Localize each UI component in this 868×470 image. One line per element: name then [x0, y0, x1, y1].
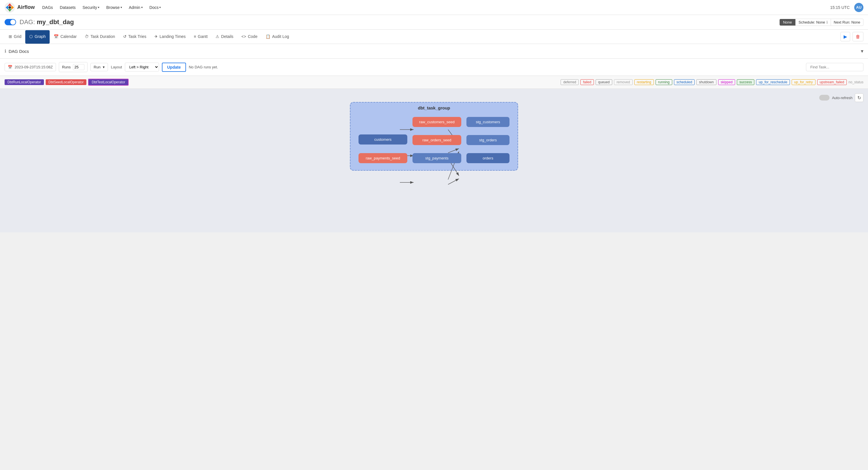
nav-datasets[interactable]: Datasets: [57, 3, 79, 11]
date-value: 2023-09-23T15:15:08Z: [14, 65, 53, 69]
docs-chevron-icon: ▾: [159, 6, 161, 9]
tab-gantt[interactable]: ≡ Gantt: [190, 30, 212, 44]
tab-graph[interactable]: ⬡ Graph: [25, 30, 50, 44]
auto-refresh-toggle[interactable]: [819, 95, 830, 100]
dag-header: DAG: my_dbt_dag None Schedule: None ℹ Ne…: [0, 15, 868, 30]
graph-icon: ⬡: [29, 34, 33, 39]
run-chevron-icon: ▾: [103, 65, 105, 69]
node-raw-customers-seed[interactable]: raw_customers_seed: [412, 117, 461, 127]
tabs: ⊞ Grid ⬡ Graph 📅 Calendar ⏱ Task Duratio…: [0, 30, 868, 44]
tab-task-duration[interactable]: ⏱ Task Duration: [81, 30, 119, 44]
browse-chevron-icon: ▾: [121, 6, 122, 9]
auto-refresh-label: Auto-refresh: [832, 96, 852, 100]
graph-controls: Auto-refresh ↻: [819, 93, 863, 102]
dag-docs-label: DAG Docs: [9, 49, 29, 54]
dag-group-title: dbt_task_group: [418, 106, 451, 110]
status-skipped: skipped: [718, 79, 735, 85]
admin-chevron-icon: ▾: [141, 6, 143, 9]
node-stg-payments[interactable]: stg_payments: [412, 153, 461, 163]
dag-graph-container: dbt_task_group: [5, 93, 863, 171]
run-label: Run: [94, 65, 100, 69]
airflow-logo: [5, 2, 15, 12]
code-icon: <>: [241, 34, 246, 39]
svg-point-5: [9, 6, 11, 9]
operator-dbtrun[interactable]: DbtRunLocalOperator: [5, 79, 44, 85]
dag-meta-schedule: Schedule: None ℹ: [795, 19, 831, 26]
node-raw-payments-seed[interactable]: raw_payments_seed: [359, 153, 407, 163]
runs-input[interactable]: [73, 64, 84, 70]
navbar: Airflow DAGs Datasets Security ▾ Browse …: [0, 0, 868, 15]
date-picker[interactable]: 📅 2023-09-23T15:15:08Z: [5, 63, 56, 71]
node-customers[interactable]: customers: [359, 135, 407, 145]
dag-toggle[interactable]: [5, 19, 16, 25]
nav-security[interactable]: Security ▾: [80, 3, 102, 11]
update-button[interactable]: Update: [162, 63, 186, 72]
status-failed: failed: [580, 79, 594, 85]
tab-actions: ▶ 🗑: [840, 32, 863, 41]
dag-name: my_dbt_dag: [37, 19, 74, 26]
delete-dag-button[interactable]: 🗑: [852, 32, 863, 41]
tab-calendar[interactable]: 📅 Calendar: [50, 30, 81, 44]
brand-label: Airflow: [17, 4, 35, 10]
legend-bar: DbtRunLocalOperator DbtSeedLocalOperator…: [0, 76, 868, 89]
svg-line-14: [448, 179, 459, 184]
status-deferred: deferred: [561, 79, 579, 85]
status-shutdown: shutdown: [696, 79, 716, 85]
tab-grid[interactable]: ⊞ Grid: [5, 30, 25, 44]
status-success: success: [737, 79, 754, 85]
run-dag-button[interactable]: ▶: [840, 32, 850, 41]
dag-title: DAG: my_dbt_dag: [20, 19, 780, 26]
dag-docs-section[interactable]: ℹ DAG Docs ▾: [0, 44, 868, 59]
dag-docs-chevron-icon: ▾: [861, 48, 863, 54]
details-icon: ⚠: [216, 34, 219, 39]
nav-dags[interactable]: DAGs: [39, 3, 56, 11]
runs-label: Runs: [62, 65, 71, 69]
tab-code[interactable]: <> Code: [237, 30, 261, 44]
calendar-icon: 📅: [8, 65, 12, 69]
nav-avatar[interactable]: AU: [854, 3, 863, 12]
nav-browse[interactable]: Browse ▾: [103, 3, 125, 11]
security-chevron-icon: ▾: [98, 6, 99, 9]
tab-task-tries[interactable]: ↺ Task Tries: [119, 30, 150, 44]
task-tries-icon: ↺: [123, 34, 127, 39]
schedule-info-icon: ℹ: [826, 20, 828, 24]
nav-docs[interactable]: Docs ▾: [147, 3, 164, 11]
runs-control[interactable]: Runs: [59, 62, 88, 72]
node-orders[interactable]: orders: [466, 153, 509, 163]
layout-select[interactable]: Left > Right Top > Bottom: [125, 63, 159, 71]
dag-task-group: dbt_task_group: [350, 102, 518, 171]
landing-times-icon: ✈: [154, 34, 158, 39]
grid-icon: ⊞: [9, 34, 12, 39]
status-removed: removed: [614, 79, 632, 85]
status-restarting: restarting: [634, 79, 654, 85]
controls-bar: 📅 2023-09-23T15:15:08Z Runs Run ▾ Layout…: [0, 59, 868, 76]
brand[interactable]: Airflow: [5, 2, 35, 12]
task-duration-icon: ⏱: [85, 34, 89, 39]
node-raw-orders-seed[interactable]: raw_orders_seed: [412, 135, 461, 145]
calendar-icon: 📅: [54, 34, 59, 39]
layout-control: Layout: [111, 65, 122, 69]
no-runs-text: No DAG runs yet.: [189, 65, 218, 69]
auto-refresh-control: Auto-refresh: [819, 95, 852, 100]
dag-docs-info-icon: ℹ: [5, 49, 6, 54]
status-up-reschedule: up_for_reschedule: [756, 79, 789, 85]
refresh-button[interactable]: ↻: [855, 93, 863, 102]
status-running: running: [656, 79, 672, 85]
find-task-input[interactable]: [806, 63, 863, 71]
nav-admin[interactable]: Admin ▾: [126, 3, 146, 11]
tab-landing-times[interactable]: ✈ Landing Times: [150, 30, 190, 44]
operator-dbttest[interactable]: DbtTestLocalOperator: [88, 79, 129, 86]
run-selector[interactable]: Run ▾: [90, 63, 108, 71]
tab-audit-log[interactable]: 📋 Audit Log: [261, 30, 293, 44]
tab-details[interactable]: ⚠ Details: [212, 30, 237, 44]
nav-time[interactable]: 15:15 UTC: [830, 5, 849, 10]
dag-prefix: DAG:: [20, 19, 35, 26]
operator-dbtseed[interactable]: DbtSeedLocalOperator: [45, 79, 87, 85]
node-stg-orders[interactable]: stg_orders: [466, 135, 509, 145]
dag-meta-none: None: [780, 19, 795, 26]
node-stg-customers[interactable]: stg_customers: [466, 117, 509, 127]
audit-log-icon: 📋: [266, 34, 270, 39]
status-upstream-failed: upstream_failed: [817, 79, 847, 85]
gantt-icon: ≡: [194, 34, 196, 39]
status-queued: queued: [596, 79, 612, 85]
